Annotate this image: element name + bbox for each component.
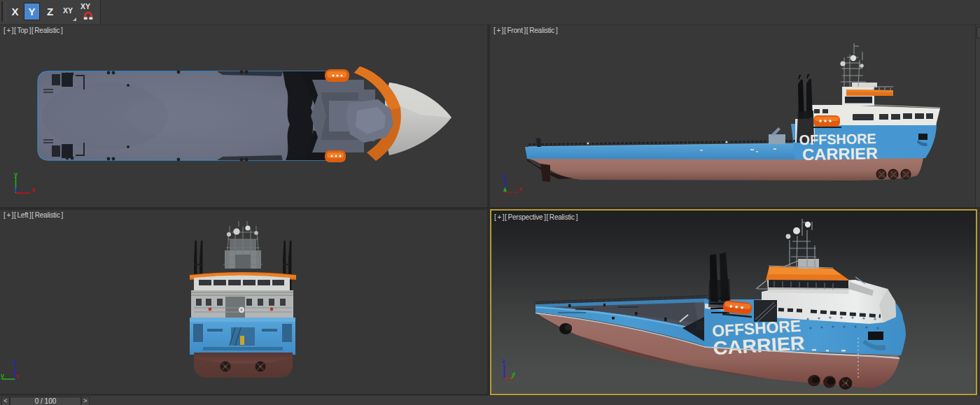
svg-text:z: z <box>502 357 505 364</box>
svg-text:x: x <box>31 186 35 193</box>
svg-text:y: y <box>1 372 4 379</box>
svg-text:x: x <box>16 373 20 379</box>
svg-text:CARRIER: CARRIER <box>802 144 878 164</box>
svg-text:y: y <box>512 371 515 377</box>
svg-text:z: z <box>503 172 506 179</box>
svg-text:z: z <box>13 358 16 365</box>
svg-text:z: z <box>15 186 18 193</box>
svg-text:y: y <box>14 171 18 178</box>
svg-text:x: x <box>519 185 522 192</box>
